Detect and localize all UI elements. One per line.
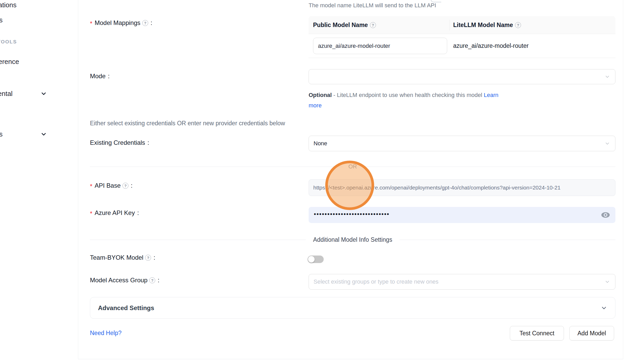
or-divider-label: OR: [343, 163, 363, 170]
mode-label: Mode :: [90, 73, 110, 80]
question-circle-icon[interactable]: ?: [515, 22, 521, 28]
api-base-input[interactable]: https://<test>.openai.azure.com/openai/d…: [309, 179, 615, 196]
additional-settings-divider-label: Additional Model Info Settings: [306, 236, 399, 243]
team-byok-label: Team-BYOK Model ? :: [90, 254, 155, 261]
chevron-down-icon: [604, 74, 610, 80]
mode-help-text: Optional - LiteLLM endpoint to use when …: [309, 90, 527, 111]
advanced-settings-panel[interactable]: Advanced Settings: [90, 297, 615, 319]
model-name-help-text: The model name LiteLLM will send to the …: [309, 2, 436, 9]
question-circle-icon[interactable]: ?: [370, 22, 376, 28]
model-mappings-label: * Model Mappings ? :: [90, 19, 152, 27]
table-header-public-model: Public Model Name ?: [313, 16, 376, 34]
model-access-group-placeholder: Select existing groups or type to create…: [314, 278, 439, 285]
sidebar-item-ations[interactable]: ations: [0, 1, 16, 9]
api-base-label: * API Base ? :: [90, 182, 133, 189]
chevron-down-icon: [604, 140, 610, 147]
question-circle-icon[interactable]: ?: [142, 20, 148, 26]
model-mappings-table: Public Model Name ? LiteLLM Model Name ?…: [309, 16, 615, 58]
existing-credentials-value: None: [314, 140, 327, 147]
existing-credentials-label: Existing Credentials :: [90, 139, 149, 146]
team-byok-toggle[interactable]: [308, 256, 324, 263]
sidebar-section-tools: TOOLS: [0, 39, 17, 45]
model-access-group-select[interactable]: Select existing groups or type to create…: [309, 274, 615, 290]
required-asterisk: *: [90, 210, 92, 217]
additional-settings-divider: Additional Model Info Settings: [90, 236, 615, 243]
chevron-down-icon: [601, 305, 607, 311]
add-model-button[interactable]: Add Model: [569, 326, 614, 341]
masked-password-value: ••••••••••••••••••••••••••••: [314, 211, 389, 218]
eye-icon[interactable]: [601, 212, 610, 218]
sidebar-item-ental[interactable]: ental: [0, 90, 12, 98]
existing-credentials-select[interactable]: None: [309, 136, 615, 151]
question-circle-icon[interactable]: ?: [145, 255, 151, 261]
question-circle-icon[interactable]: ?: [149, 277, 155, 283]
or-divider: OR: [90, 163, 615, 170]
azure-api-key-label: * Azure API Key :: [90, 209, 139, 217]
table-header-litellm-model: LiteLLM Model Name ?: [453, 16, 521, 34]
learn-more-link[interactable]: more: [309, 102, 322, 109]
sidebar-item-s[interactable]: s: [0, 16, 3, 24]
add-model-form: The model name LiteLLM will send to the …: [78, 0, 623, 359]
credentials-note: Either select existing credentials OR en…: [90, 120, 285, 127]
sidebar-item-s2[interactable]: s: [0, 130, 3, 138]
column-divider: [450, 20, 450, 30]
required-asterisk: *: [90, 20, 92, 27]
chevron-down-icon: [604, 279, 610, 285]
model-access-group-label: Model Access Group ? :: [90, 277, 159, 284]
chevron-down-icon[interactable]: [40, 90, 47, 97]
need-help-link[interactable]: Need Help?: [90, 330, 121, 337]
toggle-knob: [308, 256, 315, 263]
required-asterisk: *: [90, 183, 92, 190]
chevron-down-icon[interactable]: [40, 131, 47, 138]
public-model-name-input[interactable]: [313, 38, 447, 54]
learn-more-link[interactable]: Learn: [484, 92, 498, 98]
azure-api-key-input[interactable]: ••••••••••••••••••••••••••••: [309, 207, 615, 223]
sidebar: ations s TOOLS erence ental s: [0, 0, 78, 360]
litellm-add-model-screen: ations s TOOLS erence ental s The model …: [0, 0, 644, 360]
litellm-model-name-value: azure_ai/azure-model-router: [453, 38, 529, 54]
sidebar-item-erence[interactable]: erence: [0, 58, 19, 66]
mode-select[interactable]: [309, 69, 615, 84]
question-circle-icon[interactable]: ?: [122, 183, 128, 189]
advanced-settings-label: Advanced Settings: [98, 304, 154, 312]
test-connect-button[interactable]: Test Connect: [510, 326, 564, 341]
